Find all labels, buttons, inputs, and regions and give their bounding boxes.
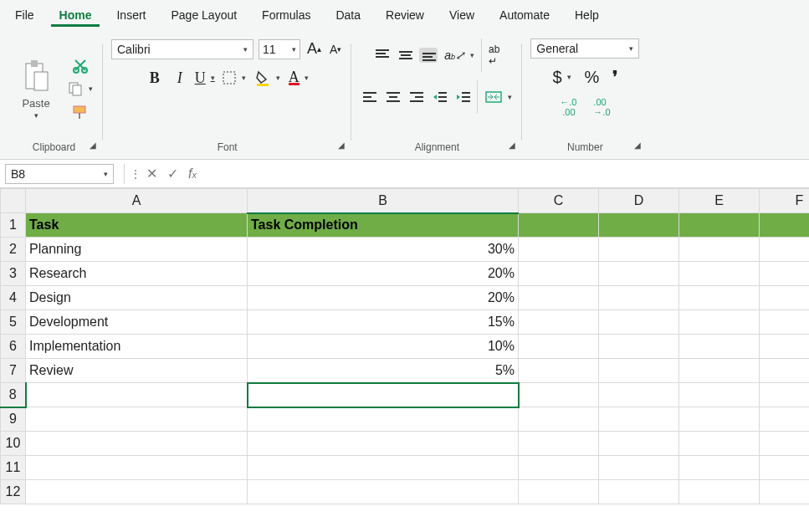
- align-bottom-button[interactable]: [419, 48, 438, 63]
- cell-C8[interactable]: [519, 383, 599, 407]
- fill-color-button[interactable]: ▾: [253, 68, 282, 88]
- cell-B2[interactable]: 30%: [248, 238, 519, 262]
- enter-formula-button[interactable]: ✓: [162, 166, 183, 182]
- italic-button[interactable]: I: [170, 68, 190, 88]
- cell-A9[interactable]: [26, 407, 248, 432]
- cell-F2[interactable]: [760, 238, 810, 262]
- cell-B6[interactable]: 10%: [248, 335, 519, 359]
- font-size-select[interactable]: 11▾: [259, 39, 300, 59]
- menu-data[interactable]: Data: [327, 3, 369, 27]
- cell-B7[interactable]: 5%: [248, 359, 519, 383]
- cell-D6[interactable]: [599, 335, 679, 359]
- row-header-6[interactable]: 6: [1, 335, 26, 359]
- menu-automate[interactable]: Automate: [491, 3, 558, 27]
- cell-F3[interactable]: [760, 262, 810, 286]
- menu-file[interactable]: File: [7, 3, 43, 27]
- cell-B3[interactable]: 20%: [248, 262, 519, 286]
- cell-E9[interactable]: [679, 407, 760, 432]
- row-header-5[interactable]: 5: [1, 310, 26, 335]
- cell-E3[interactable]: [679, 262, 760, 286]
- cell-A4[interactable]: Design: [26, 286, 248, 310]
- menu-view[interactable]: View: [441, 3, 483, 27]
- increase-indent-button[interactable]: [453, 90, 472, 105]
- cell-C3[interactable]: [519, 262, 599, 286]
- menu-help[interactable]: Help: [566, 3, 607, 27]
- paste-button[interactable]: Paste ▾: [13, 57, 59, 121]
- cut-button[interactable]: [65, 55, 95, 75]
- merge-center-button[interactable]: ▾: [483, 88, 514, 106]
- cancel-formula-button[interactable]: ✕: [141, 166, 162, 182]
- cell-E6[interactable]: [679, 335, 760, 359]
- underline-button[interactable]: U▾: [195, 68, 215, 88]
- borders-button[interactable]: ▾: [220, 69, 248, 87]
- increase-decimal-button[interactable]: ←.0 .00: [558, 95, 578, 119]
- cell-D2[interactable]: [599, 238, 679, 262]
- row-header-4[interactable]: 4: [1, 286, 26, 310]
- menu-formulas[interactable]: Formulas: [253, 3, 319, 27]
- cell-B5[interactable]: 15%: [248, 310, 519, 335]
- cell-A3[interactable]: Research: [26, 262, 248, 286]
- font-launcher[interactable]: ◢: [336, 136, 346, 156]
- decrease-decimal-button[interactable]: .00→.0: [591, 95, 612, 119]
- cell-D3[interactable]: [599, 262, 679, 286]
- col-header-F[interactable]: F: [760, 189, 810, 213]
- row-header-7[interactable]: 7: [1, 359, 26, 383]
- row-header-3[interactable]: 3: [1, 262, 26, 286]
- cell-E11[interactable]: [679, 456, 760, 480]
- col-header-E[interactable]: E: [679, 189, 760, 213]
- cell-F4[interactable]: [760, 286, 810, 310]
- cell-C7[interactable]: [519, 359, 599, 383]
- decrease-indent-button[interactable]: [430, 90, 448, 105]
- percent-format-button[interactable]: %: [583, 66, 602, 89]
- format-painter-button[interactable]: [65, 102, 95, 122]
- cell-D7[interactable]: [599, 359, 679, 383]
- cell-F8[interactable]: [760, 383, 810, 407]
- menu-insert[interactable]: Insert: [108, 3, 154, 27]
- menu-review[interactable]: Review: [377, 3, 433, 27]
- cell-B10[interactable]: [248, 432, 519, 456]
- cell-F11[interactable]: [760, 456, 810, 480]
- copy-button[interactable]: ▾: [65, 79, 95, 99]
- cell-D12[interactable]: [599, 480, 679, 504]
- cell-E2[interactable]: [679, 238, 760, 262]
- cell-F10[interactable]: [760, 432, 810, 456]
- cell-A5[interactable]: Development: [26, 310, 248, 335]
- col-header-B[interactable]: B: [248, 189, 519, 213]
- cell-A1[interactable]: Task: [26, 213, 248, 238]
- cell-C6[interactable]: [519, 335, 599, 359]
- cell-F9[interactable]: [760, 407, 810, 432]
- increase-font-button[interactable]: A▴: [305, 38, 323, 59]
- comma-format-button[interactable]: ❜: [611, 65, 619, 89]
- cell-B8[interactable]: [248, 383, 519, 407]
- cell-D8[interactable]: [599, 383, 679, 407]
- cell-E7[interactable]: [679, 359, 760, 383]
- cell-D1[interactable]: [599, 213, 679, 238]
- bold-button[interactable]: B: [145, 68, 165, 88]
- cell-B11[interactable]: [248, 456, 519, 480]
- clipboard-launcher[interactable]: ◢: [88, 136, 98, 156]
- font-color-button[interactable]: A▾: [287, 69, 310, 87]
- cell-C11[interactable]: [519, 456, 599, 480]
- align-right-button[interactable]: [407, 90, 425, 105]
- cell-A12[interactable]: [26, 480, 248, 504]
- wrap-text-button[interactable]: ab↵: [487, 42, 501, 69]
- cell-B1[interactable]: Task Completion: [248, 213, 519, 238]
- cell-D11[interactable]: [599, 456, 679, 480]
- row-header-8[interactable]: 8: [1, 383, 26, 407]
- col-header-D[interactable]: D: [599, 189, 679, 213]
- cell-E10[interactable]: [679, 432, 760, 456]
- cell-D9[interactable]: [599, 407, 679, 432]
- accounting-format-button[interactable]: $▾: [550, 66, 572, 89]
- orientation-button[interactable]: ab⤢▾: [443, 47, 476, 64]
- align-center-button[interactable]: [383, 90, 402, 105]
- cell-F6[interactable]: [760, 335, 810, 359]
- col-header-A[interactable]: A: [26, 189, 248, 213]
- row-header-11[interactable]: 11: [1, 456, 26, 480]
- alignment-launcher[interactable]: ◢: [507, 136, 517, 156]
- cell-E1[interactable]: [679, 213, 760, 238]
- cell-A11[interactable]: [26, 456, 248, 480]
- cell-E8[interactable]: [679, 383, 760, 407]
- cell-C2[interactable]: [519, 238, 599, 262]
- cell-A7[interactable]: Review: [26, 359, 248, 383]
- select-all-corner[interactable]: [1, 189, 26, 213]
